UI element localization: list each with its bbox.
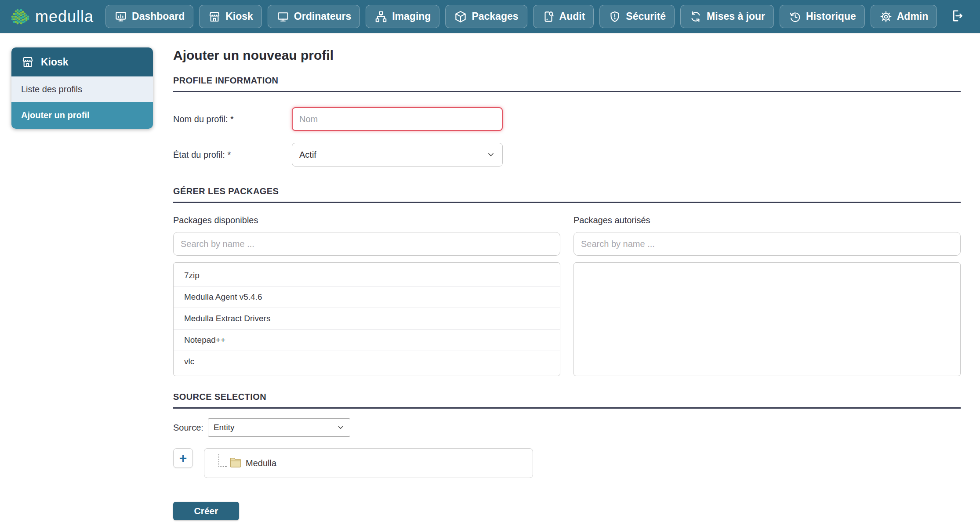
folder-icon	[229, 457, 242, 468]
package-list-item[interactable]: 7zip	[174, 265, 560, 286]
section-title-profile-information: PROFILE INFORMATION	[173, 76, 961, 92]
nav-packages[interactable]: Packages	[445, 5, 527, 28]
profile-state-value: Actif	[299, 150, 316, 160]
nav-historique[interactable]: Historique	[780, 5, 865, 28]
nav-dashboard[interactable]: Dashboard	[105, 5, 193, 28]
logout-icon	[949, 8, 965, 24]
nav-label: Imaging	[392, 11, 431, 22]
chevron-down-icon	[486, 150, 495, 159]
package-list-item[interactable]: Notepad++	[174, 330, 560, 351]
sidebar-header-kiosk: Kiosk	[11, 47, 153, 76]
sidebar: Kiosk Liste des profils Ajouter un profi…	[11, 47, 153, 129]
nav-label: Mises à jour	[707, 11, 765, 22]
sidebar-title: Kiosk	[41, 56, 69, 68]
packages-icon	[454, 10, 467, 23]
profile-name-input[interactable]	[292, 107, 503, 131]
source-select-value: Entity	[214, 423, 235, 432]
source-tree-row: + Medulla	[173, 448, 961, 478]
profile-name-label: Nom du profil: *	[173, 114, 292, 124]
source-row: Source: Entity	[173, 418, 961, 437]
authorized-packages-list	[573, 262, 961, 376]
sidebar-item-ajouter-un-profil[interactable]: Ajouter un profil	[11, 102, 153, 129]
source-label: Source:	[173, 423, 203, 433]
nav-label: Ordinateurs	[294, 11, 351, 22]
nav-securite[interactable]: Sécurité	[599, 5, 675, 28]
security-shield-icon	[608, 10, 621, 23]
kiosk-icon	[21, 55, 34, 69]
kiosk-icon	[208, 10, 221, 23]
section-title-gerer-les-packages: GÉRER LES PACKAGES	[173, 186, 961, 203]
logo-text: medulla	[35, 7, 94, 26]
add-source-button[interactable]: +	[173, 448, 193, 468]
nav-label: Admin	[897, 11, 929, 22]
app-logo[interactable]: medulla	[10, 7, 94, 26]
nav-audit[interactable]: Audit	[533, 5, 594, 28]
available-packages-list: 7zip Medulla Agent v5.4.6 Medulla Extrac…	[173, 262, 560, 376]
audit-icon	[542, 10, 555, 23]
entity-tree: Medulla	[204, 448, 533, 478]
authorized-packages-column: Packages autorisés	[573, 215, 961, 376]
source-select[interactable]: Entity	[208, 418, 350, 437]
profile-state-label: État du profil: *	[173, 150, 292, 160]
imaging-icon	[374, 10, 388, 23]
section-title-source-selection: SOURCE SELECTION	[173, 392, 961, 409]
dashboard-icon	[114, 10, 127, 23]
profile-state-select[interactable]: Actif	[292, 143, 503, 167]
nav-mises-a-jour[interactable]: Mises à jour	[680, 5, 774, 28]
nav-label: Dashboard	[132, 11, 185, 22]
package-list-item[interactable]: Medulla Extract Drivers	[174, 308, 560, 330]
gear-icon	[879, 10, 893, 23]
package-list-item[interactable]: vlc	[174, 351, 560, 372]
main-content: Ajouter un nouveau profil PROFILE INFORM…	[153, 33, 980, 520]
updates-refresh-icon	[689, 10, 702, 23]
computers-icon	[276, 10, 290, 23]
packages-columns: Packages disponibles 7zip Medulla Agent …	[173, 215, 961, 376]
available-packages-column: Packages disponibles 7zip Medulla Agent …	[173, 215, 560, 376]
sidebar-item-liste-des-profils[interactable]: Liste des profils	[11, 76, 153, 102]
nav-label: Historique	[806, 11, 856, 22]
nav-label: Kiosk	[225, 11, 253, 22]
nav-label: Audit	[559, 11, 585, 22]
profile-state-row: État du profil: * Actif	[173, 143, 961, 167]
nav-imaging[interactable]: Imaging	[366, 5, 439, 28]
medulla-logo-icon	[10, 7, 31, 26]
package-list-item[interactable]: Medulla Agent v5.4.6	[174, 286, 560, 308]
tree-connector	[218, 454, 227, 467]
logout-button[interactable]	[943, 6, 971, 27]
top-navbar: medulla Dashboard Kiosk Ordinateurs	[0, 0, 980, 33]
authorized-packages-search-input[interactable]	[573, 232, 961, 256]
nav-label: Packages	[472, 11, 518, 22]
profile-name-row: Nom du profil: *	[173, 107, 961, 131]
history-clock-icon	[788, 10, 802, 23]
authorized-packages-label: Packages autorisés	[573, 215, 961, 225]
nav-admin[interactable]: Admin	[871, 5, 937, 28]
nav-label: Sécurité	[626, 11, 666, 22]
chevron-down-icon	[337, 424, 345, 431]
tree-node-label[interactable]: Medulla	[246, 458, 276, 468]
create-button[interactable]: Créer	[173, 502, 239, 520]
available-packages-label: Packages disponibles	[173, 215, 560, 225]
available-packages-search-input[interactable]	[173, 232, 560, 256]
nav-ordinateurs[interactable]: Ordinateurs	[268, 5, 360, 28]
nav-kiosk[interactable]: Kiosk	[199, 5, 262, 28]
page-title: Ajouter un nouveau profil	[173, 48, 961, 63]
